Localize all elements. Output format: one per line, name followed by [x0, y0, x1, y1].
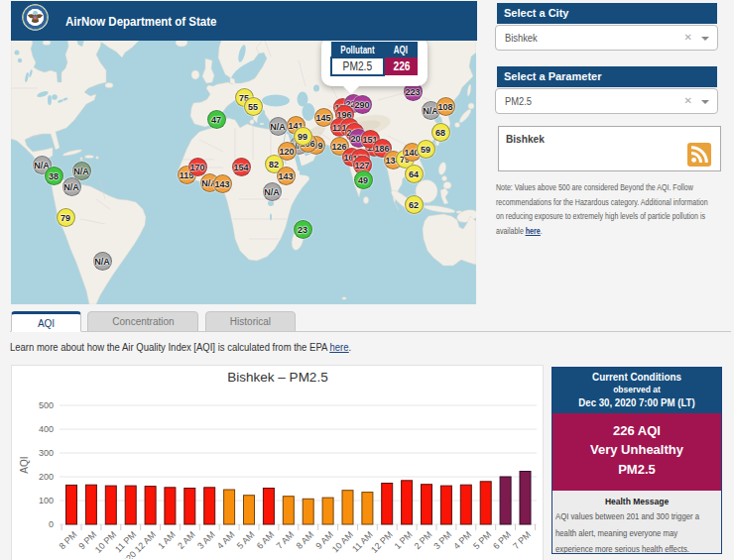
svg-text:5 AM: 5 AM: [235, 529, 257, 551]
svg-text:8 PM: 8 PM: [57, 529, 78, 551]
svg-text:4 AM: 4 AM: [215, 529, 237, 551]
svg-text:4 PM: 4 PM: [451, 529, 473, 551]
svg-text:12 PM: 12 PM: [369, 529, 394, 554]
svg-text:200: 200: [39, 472, 54, 482]
svg-text:100: 100: [39, 496, 54, 505]
svg-text:3 AM: 3 AM: [195, 529, 217, 551]
svg-text:2 PM: 2 PM: [412, 529, 433, 551]
svg-text:3 PM: 3 PM: [431, 529, 453, 551]
svg-text:500: 500: [39, 400, 54, 410]
svg-text:6 PM: 6 PM: [491, 529, 513, 551]
svg-text:1 PM: 1 PM: [393, 529, 415, 551]
svg-text:5 PM: 5 PM: [471, 529, 493, 551]
svg-text:7 PM: 7 PM: [511, 529, 533, 551]
svg-text:6 AM: 6 AM: [255, 529, 277, 551]
svg-text:0: 0: [49, 519, 54, 529]
svg-text:1 AM: 1 AM: [156, 529, 178, 551]
svg-text:AQI: AQI: [19, 456, 30, 473]
svg-text:7 AM: 7 AM: [275, 529, 297, 551]
svg-text:8 AM: 8 AM: [295, 529, 316, 551]
svg-text:400: 400: [39, 424, 54, 434]
svg-text:10 AM: 10 AM: [330, 529, 355, 554]
svg-text:10 PM: 10 PM: [93, 529, 118, 554]
svg-text:300: 300: [39, 448, 54, 458]
svg-text:Bishkek – PM2.5: Bishkek – PM2.5: [227, 370, 327, 385]
svg-text:2 AM: 2 AM: [176, 529, 197, 551]
